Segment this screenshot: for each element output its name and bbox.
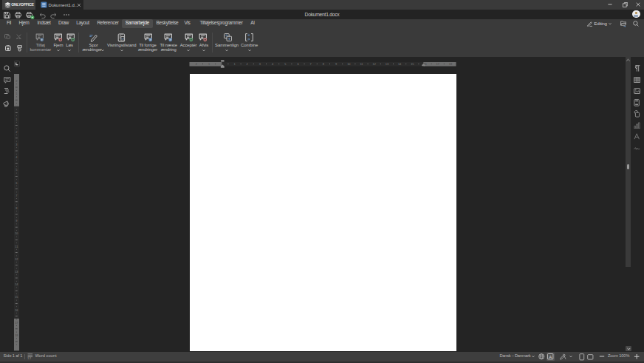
svg-text:2: 2 [196, 62, 197, 66]
svg-text:13: 13 [386, 62, 388, 66]
svg-text:2: 2 [16, 130, 17, 134]
svg-text:2: 2 [247, 62, 248, 66]
svg-text:8: 8 [323, 62, 324, 66]
svg-text:5: 5 [16, 168, 17, 172]
svg-text:1 2: 1 2 [27, 357, 31, 359]
svg-text:18: 18 [449, 62, 452, 66]
svg-text:17: 17 [15, 321, 18, 325]
svg-text:9: 9 [335, 62, 337, 66]
svg-text:13: 13 [15, 270, 18, 274]
svg-text:18: 18 [15, 333, 18, 337]
svg-text:16: 16 [15, 308, 18, 312]
svg-text:1: 1 [16, 118, 17, 121]
svg-text:12: 12 [15, 257, 18, 261]
svg-text:17: 17 [436, 62, 439, 66]
svg-text:6: 6 [297, 62, 298, 66]
svg-text:8: 8 [16, 206, 17, 210]
svg-text:7: 7 [310, 62, 312, 66]
svg-text:11: 11 [15, 245, 18, 248]
svg-text:9: 9 [16, 219, 17, 223]
svg-text:12: 12 [373, 62, 376, 66]
svg-text:1: 1 [208, 62, 210, 66]
svg-text:6: 6 [16, 181, 17, 185]
svg-text:11: 11 [360, 62, 363, 66]
svg-text:3: 3 [16, 143, 17, 146]
svg-text:7: 7 [16, 194, 17, 197]
svg-text:1: 1 [16, 92, 17, 95]
svg-text:A: A [549, 355, 552, 359]
svg-text:1: 1 [233, 62, 235, 66]
svg-text:5: 5 [284, 62, 286, 66]
svg-text:2: 2 [16, 79, 17, 83]
svg-text:15: 15 [15, 295, 18, 299]
svg-text:3: 3 [259, 62, 261, 66]
svg-text:15: 15 [411, 62, 414, 66]
